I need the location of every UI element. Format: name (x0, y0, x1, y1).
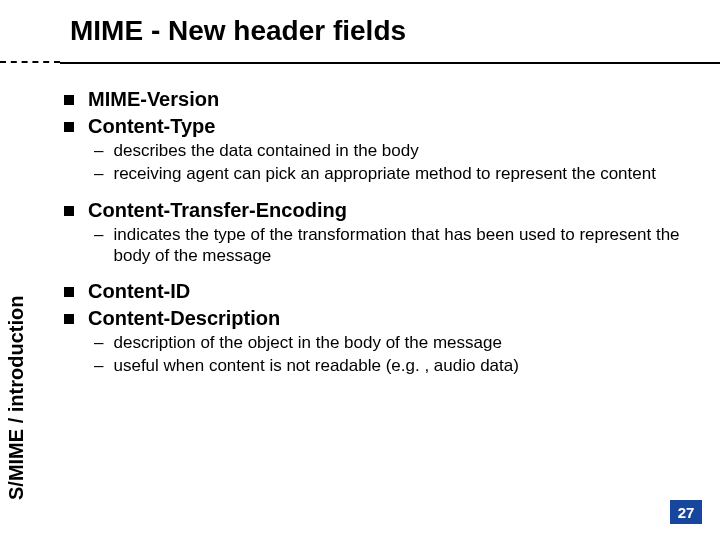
divider-dash (0, 55, 60, 69)
bullet-label: MIME-Version (88, 88, 219, 111)
sub-bullet: – describes the data contained in the bo… (94, 140, 696, 161)
bullet-label: Content-Description (88, 307, 280, 330)
dash-icon: – (94, 355, 103, 376)
sub-bullet-text: description of the object in the body of… (113, 332, 501, 353)
divider (0, 62, 720, 64)
square-bullet-icon (64, 287, 74, 297)
bullet-content-id: Content-ID (64, 280, 696, 303)
bullet-content-type: Content-Type (64, 115, 696, 138)
bullet-label: Content-Transfer-Encoding (88, 199, 347, 222)
square-bullet-icon (64, 95, 74, 105)
sidebar-label: S/MIME / introduction (5, 296, 28, 500)
bullet-content-description: Content-Description (64, 307, 696, 330)
sub-bullet-text: useful when content is not readable (e.g… (113, 355, 518, 376)
dash-icon: – (94, 140, 103, 161)
page-number-badge: 27 (670, 500, 702, 524)
square-bullet-icon (64, 122, 74, 132)
bullet-mime-version: MIME-Version (64, 88, 696, 111)
sub-bullet-text: indicates the type of the transformation… (113, 224, 696, 267)
page-title: MIME - New header fields (70, 15, 406, 47)
dash-icon: – (94, 332, 103, 353)
sub-bullet: – receiving agent can pick an appropriat… (94, 163, 696, 184)
bullet-label: Content-ID (88, 280, 190, 303)
sub-bullet: – description of the object in the body … (94, 332, 696, 353)
slide: MIME - New header fields MIME-Version Co… (0, 0, 720, 540)
square-bullet-icon (64, 314, 74, 324)
page-number: 27 (678, 504, 695, 521)
dash-icon: – (94, 224, 103, 245)
sub-bullet-text: describes the data contained in the body (113, 140, 418, 161)
square-bullet-icon (64, 206, 74, 216)
sub-bullet: – indicates the type of the transformati… (94, 224, 696, 267)
sub-bullet: – useful when content is not readable (e… (94, 355, 696, 376)
content: MIME-Version Content-Type – describes th… (64, 84, 696, 377)
bullet-cte: Content-Transfer-Encoding (64, 199, 696, 222)
bullet-label: Content-Type (88, 115, 215, 138)
dash-icon: – (94, 163, 103, 184)
sub-bullet-text: receiving agent can pick an appropriate … (113, 163, 655, 184)
